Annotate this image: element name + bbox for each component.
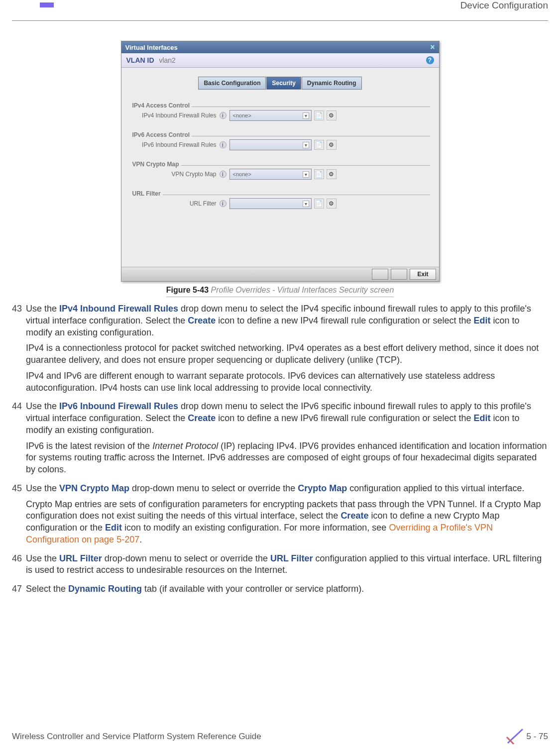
list-item: 46Use the URL Filter drop-down menu to s… bbox=[12, 553, 548, 581]
tab-bar: Basic Configuration Security Dynamic Rou… bbox=[121, 68, 439, 97]
body-text: 43Use the IPv4 Inbound Firewall Rules dr… bbox=[12, 303, 548, 599]
paragraph: IPv4 and IPv6 are different enough to wa… bbox=[26, 370, 548, 394]
edit-icon[interactable]: ⚙ bbox=[327, 199, 336, 209]
ipv6-rules-dropdown[interactable]: ▾ bbox=[229, 139, 312, 150]
paragraph: Use the URL Filter drop-down menu to sel… bbox=[26, 553, 548, 577]
ipv4-rules-label: IPv4 Inbound Firewall Rules bbox=[134, 112, 217, 119]
paragraph: Use the IPv4 Inbound Firewall Rules drop… bbox=[26, 303, 548, 338]
paragraph: Crypto Map entries are sets of configura… bbox=[26, 499, 548, 546]
screenshot-window: Virtual Interfaces × VLAN ID vlan2 ? Bas… bbox=[121, 41, 440, 282]
list-item: 47Select the Dynamic Routing tab (if ava… bbox=[12, 583, 548, 599]
checkmark-icon bbox=[506, 728, 524, 745]
list-item: 44Use the IPv6 Inbound Firewall Rules dr… bbox=[12, 401, 548, 480]
item-number: 47 bbox=[12, 583, 26, 599]
group-label: IPv6 Access Control bbox=[130, 131, 192, 138]
item-body: Use the IPv6 Inbound Firewall Rules drop… bbox=[26, 401, 548, 480]
paragraph: Use the VPN Crypto Map drop-down menu to… bbox=[26, 483, 548, 495]
chevron-down-icon: ▾ bbox=[303, 142, 309, 148]
create-icon[interactable]: 📄 bbox=[314, 169, 324, 179]
figure-caption: Figure 5-43 Profile Overrides - Virtual … bbox=[166, 286, 394, 297]
item-number: 45 bbox=[12, 483, 26, 550]
vpn-crypto-dropdown[interactable]: <none> ▾ bbox=[229, 169, 312, 180]
group-label: URL Filter bbox=[130, 190, 163, 197]
window-footer: Exit bbox=[121, 267, 439, 281]
paragraph: Select the Dynamic Routing tab (if avail… bbox=[26, 583, 548, 595]
dropdown-value: <none> bbox=[233, 112, 251, 118]
paragraph: IPv4 is a connectionless protocol for pa… bbox=[26, 342, 548, 366]
url-filter-label: URL Filter bbox=[134, 200, 217, 207]
ipv6-rules-label: IPv6 Inbound Firewall Rules bbox=[134, 141, 217, 148]
group-ipv6-access-control: IPv6 Access Control IPv6 Inbound Firewal… bbox=[130, 129, 430, 152]
window-titlebar: Virtual Interfaces × bbox=[121, 41, 439, 53]
item-body: Select the Dynamic Routing tab (if avail… bbox=[26, 583, 548, 599]
window-subheader: VLAN ID vlan2 ? bbox=[121, 53, 439, 68]
figure-caption-text: Profile Overrides - Virtual Interfaces S… bbox=[211, 286, 394, 294]
info-icon[interactable]: i bbox=[220, 112, 226, 119]
footer-guide-title: Wireless Controller and Service Platform… bbox=[12, 732, 261, 742]
item-number: 43 bbox=[12, 303, 26, 398]
edit-icon[interactable]: ⚙ bbox=[327, 110, 336, 120]
tab-basic-configuration[interactable]: Basic Configuration bbox=[198, 77, 266, 90]
list-item: 45Use the VPN Crypto Map drop-down menu … bbox=[12, 483, 548, 550]
window-title: Virtual Interfaces bbox=[125, 44, 178, 51]
chevron-down-icon: ▾ bbox=[303, 201, 309, 207]
create-icon[interactable]: 📄 bbox=[314, 199, 324, 209]
vpn-crypto-label: VPN Crypto Map bbox=[134, 171, 217, 178]
tab-dynamic-routing[interactable]: Dynamic Routing bbox=[302, 77, 362, 90]
vlan-id-label: VLAN ID bbox=[126, 56, 154, 64]
group-label: VPN Crypto Map bbox=[130, 161, 181, 168]
vlan-id-value: vlan2 bbox=[159, 56, 175, 64]
item-body: Use the IPv4 Inbound Firewall Rules drop… bbox=[26, 303, 548, 398]
group-vpn-crypto-map: VPN Crypto Map VPN Crypto Map i <none> ▾… bbox=[130, 158, 430, 182]
figure-number: Figure 5-43 bbox=[166, 286, 209, 294]
create-icon[interactable]: 📄 bbox=[314, 110, 324, 120]
page-number-badge: 5 - 75 bbox=[506, 728, 548, 745]
header-accent bbox=[40, 2, 54, 7]
ipv4-rules-dropdown[interactable]: <none> ▾ bbox=[229, 110, 312, 121]
help-icon[interactable]: ? bbox=[426, 56, 434, 64]
item-number: 46 bbox=[12, 553, 26, 581]
info-icon[interactable]: i bbox=[220, 141, 226, 148]
item-body: Use the VPN Crypto Map drop-down menu to… bbox=[26, 483, 548, 550]
tab-security[interactable]: Security bbox=[266, 77, 301, 90]
edit-icon[interactable]: ⚙ bbox=[327, 140, 336, 150]
group-label: IPv4 Access Control bbox=[130, 102, 192, 109]
edit-icon[interactable]: ⚙ bbox=[327, 169, 336, 179]
page-footer: Wireless Controller and Service Platform… bbox=[0, 728, 560, 745]
figure-container: Virtual Interfaces × VLAN ID vlan2 ? Bas… bbox=[12, 41, 548, 297]
chevron-down-icon: ▾ bbox=[303, 112, 309, 119]
close-icon[interactable]: × bbox=[430, 43, 435, 52]
dropdown-value: <none> bbox=[233, 171, 251, 177]
group-ipv4-access-control: IPv4 Access Control IPv4 Inbound Firewal… bbox=[130, 100, 430, 123]
paragraph: IPv6 is the latest revision of the Inter… bbox=[26, 440, 548, 476]
item-body: Use the URL Filter drop-down menu to sel… bbox=[26, 553, 548, 581]
reset-button[interactable] bbox=[391, 269, 407, 280]
create-icon[interactable]: 📄 bbox=[314, 140, 324, 150]
paragraph: Use the IPv6 Inbound Firewall Rules drop… bbox=[26, 401, 548, 436]
group-url-filter: URL Filter URL Filter i ▾ 📄 ⚙ bbox=[130, 188, 430, 211]
info-icon[interactable]: i bbox=[220, 200, 226, 207]
list-item: 43Use the IPv4 Inbound Firewall Rules dr… bbox=[12, 303, 548, 398]
ok-button[interactable] bbox=[372, 269, 388, 280]
item-number: 44 bbox=[12, 401, 26, 480]
chevron-down-icon: ▾ bbox=[303, 171, 309, 178]
window-body: IPv4 Access Control IPv4 Inbound Firewal… bbox=[121, 100, 439, 267]
header-section-title: Device Configuration bbox=[0, 0, 560, 13]
info-icon[interactable]: i bbox=[220, 171, 226, 178]
exit-button[interactable]: Exit bbox=[410, 269, 436, 280]
url-filter-dropdown[interactable]: ▾ bbox=[229, 198, 312, 209]
page-number: 5 - 75 bbox=[527, 732, 548, 742]
